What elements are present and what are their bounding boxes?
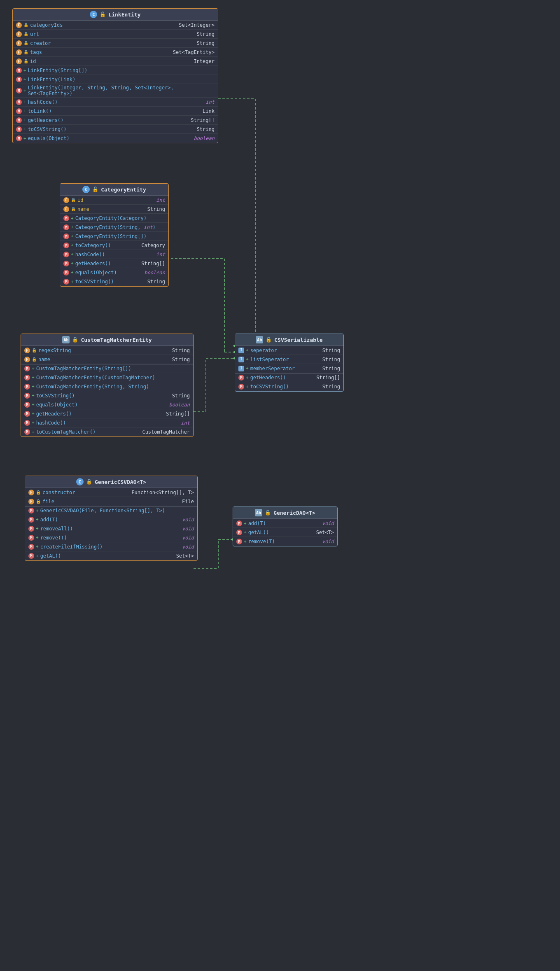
method-icon: M [16,77,22,82]
method-icon: M [28,553,34,559]
vis-icon: + [23,88,26,93]
field-id: F 🔒 id Integer [13,57,218,66]
method-name: LinkEntity(String[]) [28,68,215,73]
method-getheaders: M + getHeaders() String[] [235,373,343,382]
vis-icon: + [246,366,249,371]
method-tocsvstring: M + toCSVString() String [13,125,218,134]
field-icon: F [16,40,22,46]
field-type: Integer [190,58,215,64]
link-entity-box: C 🔓 LinkEntity F 🔒 categoryIds Set<Integ… [12,8,218,143]
field-icon: I [238,366,244,371]
field-constructor: F 🔒 constructor Function<String[], T> [25,488,197,497]
method-type: void [309,539,334,544]
method-type: String [140,279,165,285]
category-entity-box: C 🔓 CategoryEntity F 🔒 id int F 🔒 name S… [60,183,169,287]
method-icon: M [28,517,34,523]
method-icon: M [236,530,242,535]
field-icon: F [16,22,22,28]
method-icon: M [16,117,22,123]
vis-icon: 🔒 [23,50,28,54]
method-type: void [169,526,194,532]
vis-icon: + [71,233,74,239]
vis-icon: 🔒 [36,499,41,504]
vis-icon: + [36,508,39,514]
lock-icon: 🔓 [72,337,78,343]
method-name: CustomTagMatcherEntity(String[]) [36,366,190,371]
method-getheaders: M + getHeaders() String[] [60,259,168,268]
method-icon: M [16,135,22,141]
field-name: regexString [38,348,163,353]
method-icon: M [28,544,34,550]
vis-icon: + [71,224,74,230]
method-icon: M [16,108,22,114]
field-icon: F [16,31,22,37]
method-name: CustomTagMatcherEntity(CustomTagMatcher) [36,375,190,380]
method-tocategory: M + toCategory() Category [60,241,168,250]
vis-icon: + [246,375,249,380]
vis-icon: 🔒 [32,357,37,362]
method-icon: M [238,375,244,380]
vis-icon: + [32,384,35,389]
method-icon: M [63,233,69,239]
csv-serializable-box: Ab 🔓 CSVSerializable I + seperator Strin… [235,334,344,392]
vis-icon: + [71,216,74,221]
vis-icon: + [32,429,35,435]
method-remove: M + remove(T) void [233,537,337,546]
method-name: removeAll() [40,526,168,532]
method-type: Link [190,108,215,114]
method-hashcode: M + hashCode() int [21,418,193,427]
class-icon: C [76,478,84,486]
abstract-icon: Ab [62,336,70,343]
field-name: F 🔒 name String [60,205,168,214]
vis-icon: + [23,136,26,141]
vis-icon: + [23,77,26,82]
method-icon: M [63,252,69,257]
field-name: tags [30,49,171,55]
method-name: createFileIfMissing() [40,544,168,550]
method-type: CustomTagMatcher [142,429,190,435]
method-constructor3: M + CustomTagMatcherEntity(String, Strin… [21,382,193,391]
interface-icon: Ab [255,509,262,516]
field-name: memberSeperator [250,366,314,371]
field-icon: F [28,490,34,495]
method-icon: M [16,68,22,73]
vis-icon: + [36,553,39,559]
field-name: id [77,197,139,203]
method-name: equals(Object) [75,270,139,275]
method-type: String [315,384,340,390]
method-name: hashCode() [75,252,139,257]
method-createfilemissing: M + createFileIfMissing() void [25,542,197,551]
field-name: seperator [250,348,314,353]
interface-icon: Ab [256,336,263,343]
vis-icon: 🔒 [23,23,28,27]
method-name: toCSVString() [250,384,314,390]
generic-csv-dao-box: C 🔓 GenericCSVDAO<T> F 🔒 constructor Fun… [25,476,198,561]
vis-icon: 🔒 [71,207,76,211]
method-icon: M [63,261,69,266]
method-name: getHeaders() [75,261,139,266]
method-name: getAL() [248,530,308,535]
method-constructor1: M + LinkEntity(String[]) [13,66,218,75]
method-getal: M + getAL() Set<T> [233,528,337,537]
field-icon: F [28,499,34,504]
field-type: String [315,348,340,353]
field-memberseparator: I + memberSeperator String [235,364,343,373]
method-type: int [165,420,190,426]
method-type: boolean [190,135,215,141]
field-listseparator: I + listSeperator String [235,355,343,364]
method-getheaders: M + getHeaders() String[] [21,409,193,418]
method-name: add(T) [248,521,308,526]
method-constructor2: M + CustomTagMatcherEntity(CustomTagMatc… [21,373,193,382]
method-equals: M + equals(Object) boolean [13,134,218,143]
field-type: String [140,206,165,212]
generic-dao-title: Ab 🔓 GenericDAO<T> [233,507,337,519]
method-name: equals(Object) [36,402,163,408]
method-type: String[] [140,261,165,266]
method-icon: M [63,279,69,285]
vis-icon: + [32,366,35,371]
method-name: toCSVString() [75,279,139,285]
vis-icon: + [244,530,247,535]
field-name: name [38,357,163,362]
generic-dao-box: Ab 🔓 GenericDAO<T> M + add(T) void M + g… [233,507,338,546]
lock-icon: 🔓 [92,187,98,192]
